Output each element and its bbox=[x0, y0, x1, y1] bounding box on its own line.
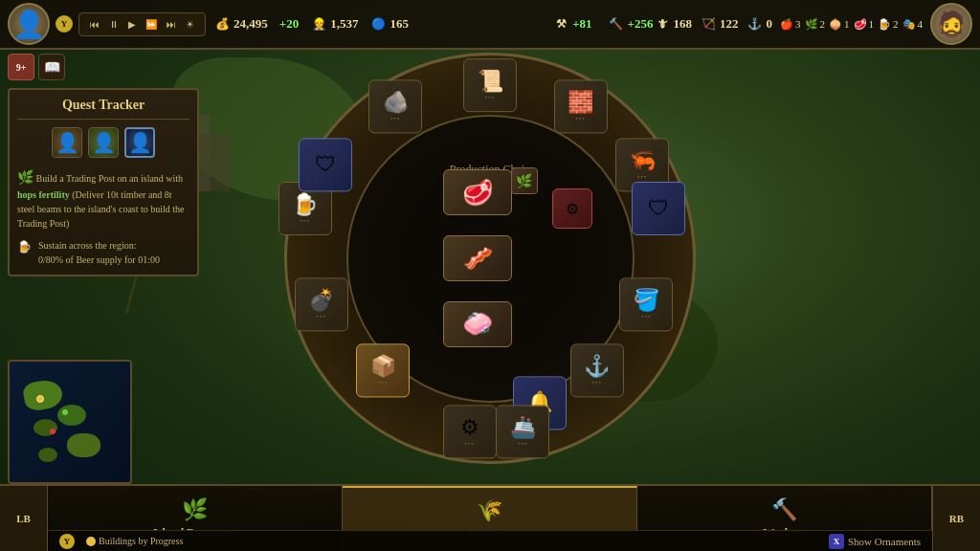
player-marker bbox=[36, 395, 44, 403]
food-item-2: 🌿2 bbox=[805, 18, 826, 31]
quest-description-1: 🌿 Build a Trading Post on an island with… bbox=[17, 167, 189, 231]
status-bar: Y Buildings by Progress X Show Ornaments bbox=[48, 530, 932, 551]
food-item-4: 🥩1 bbox=[854, 18, 875, 31]
pause-button[interactable]: ⏸ bbox=[106, 17, 122, 32]
quest-progress: 🍺 Sustain across the region: 0/80% of Be… bbox=[17, 238, 189, 267]
military-resource-2: 🏹 122 bbox=[700, 15, 739, 33]
quest-avatar-2[interactable]: 👤 bbox=[88, 127, 119, 158]
gold-income: +20 bbox=[279, 16, 299, 32]
show-ornaments-button[interactable]: X Show Ornaments bbox=[829, 534, 921, 549]
wheel-seg-left-upper-emblem[interactable]: 🛡 bbox=[299, 138, 352, 191]
food-item-5: 🍺2 bbox=[878, 18, 899, 31]
ingredient-icon-1[interactable]: 🌿 bbox=[511, 167, 538, 194]
quest-avatar-1[interactable]: 👤 bbox=[52, 127, 82, 158]
workers-icon: 👷 bbox=[310, 15, 327, 33]
food-item-6: 🎭4 bbox=[902, 18, 924, 31]
character-avatar-right[interactable]: 🧔 bbox=[930, 3, 972, 45]
notification-area: 9+ 📖 bbox=[8, 54, 65, 80]
y-indicator: Y bbox=[59, 534, 75, 549]
food-items: 🍎3 🌿2 🧅1 🥩1 🍺2 🎭4 bbox=[780, 18, 923, 31]
y-status-button[interactable]: Y bbox=[59, 534, 75, 549]
gold-icon: 💰 bbox=[213, 15, 231, 33]
farmers-icon: 🌾 bbox=[477, 498, 502, 523]
food-item-1: 🍎3 bbox=[780, 18, 801, 31]
resource-marker bbox=[62, 409, 68, 415]
buildings-status: Buildings by Progress bbox=[86, 536, 183, 546]
enemy-marker bbox=[50, 429, 56, 434]
faith-resource: 🔵 165 bbox=[369, 15, 409, 33]
quest-avatars: 👤 👤 👤 bbox=[17, 127, 189, 158]
wheel-seg-right-emblem[interactable]: 🛡 bbox=[632, 182, 685, 235]
book-icon[interactable]: 📖 bbox=[38, 54, 65, 80]
wheel-seg-bottom[interactable]: ⚙ ••• bbox=[443, 405, 497, 458]
wheel-seg-top[interactable]: 📜 ••• bbox=[463, 58, 517, 112]
resources-left: 💰 24,495 +20 👷 1,537 🔵 165 bbox=[213, 15, 552, 33]
quest-sustain-label: Sustain across the region: bbox=[38, 238, 160, 253]
hud-center-resources: ⚒ +81 🔨 +256 bbox=[552, 15, 653, 33]
player-avatar-left[interactable]: 👤 bbox=[8, 3, 50, 45]
quest-tracker-title: Quest Tracker bbox=[17, 98, 189, 120]
anchor-icon: ⚓ bbox=[746, 15, 764, 33]
lb-button[interactable]: LB bbox=[0, 486, 48, 551]
quest-avatar-3[interactable]: 👤 bbox=[124, 127, 155, 158]
wheel-seg-red-emblem[interactable]: ⚙ bbox=[552, 188, 592, 229]
notification-badge[interactable]: 9+ bbox=[8, 54, 34, 80]
y-button-indicator[interactable]: Y bbox=[56, 15, 73, 33]
rb-button[interactable]: RB bbox=[932, 486, 980, 551]
hud-right: 🗡 168 🏹 122 ⚓ 0 🍎3 🌿2 🧅1 🥩1 🍺2 🎭4 🧔 bbox=[654, 3, 973, 45]
chain-item-bottom[interactable]: 🧼 bbox=[443, 301, 512, 347]
play-button[interactable]: ▶ bbox=[125, 17, 139, 32]
build-icon: 🔨 bbox=[608, 15, 625, 33]
hammer-icon: ⚒ bbox=[552, 15, 569, 33]
rewind-button[interactable]: ⏮ bbox=[87, 17, 102, 32]
bow-icon: 🏹 bbox=[700, 15, 717, 33]
wheel-seg-top-left[interactable]: 🪨 ••• bbox=[368, 80, 422, 134]
wheel-seg-right-lower[interactable]: 🪣 ••• bbox=[619, 277, 673, 331]
show-ornaments-label: Show Ornaments bbox=[848, 536, 921, 547]
wheel-seg-top-right-1[interactable]: 🧱 ••• bbox=[554, 80, 608, 134]
wheel-seg-left-lower[interactable]: 💣 ••• bbox=[295, 277, 348, 331]
buildings-by-progress-label: Buildings by Progress bbox=[99, 536, 183, 546]
workers-resource: 👷 1,537 bbox=[310, 15, 358, 33]
minimap-content bbox=[10, 362, 130, 482]
hammer-resource: ⚒ +81 bbox=[552, 15, 591, 33]
quest-sustain-value: 0/80% of Beer supply for 01:00 bbox=[38, 253, 160, 267]
military-resource-1: 🗡 168 bbox=[654, 15, 693, 33]
beer-icon: 🍺 bbox=[17, 238, 33, 253]
status-dot bbox=[86, 537, 96, 546]
skip-button[interactable]: ⏭ bbox=[164, 17, 179, 32]
wheel-seg-bottom-right[interactable]: ⚓ ••• bbox=[570, 343, 624, 397]
fast-forward-button[interactable]: ⏩ bbox=[143, 17, 160, 32]
faith-icon: 🔵 bbox=[369, 15, 387, 33]
quest-tracker-panel: Quest Tracker 👤 👤 👤 🌿 Build a Trading Po… bbox=[8, 88, 199, 276]
wheel-seg-bottom-left[interactable]: 📦 ••• bbox=[356, 343, 410, 397]
workers-tab-icon: 🔨 bbox=[771, 497, 797, 522]
chain-item-middle[interactable]: 🥓 bbox=[443, 235, 512, 281]
top-hud: 👤 Y ⏮ ⏸ ▶ ⏩ ⏭ ☀ 💰 24,495 +20 👷 1,537 🔵 1… bbox=[0, 0, 980, 50]
island-resources-icon: 🌿 bbox=[182, 497, 208, 522]
chain-item-top[interactable]: 🥩 bbox=[443, 169, 512, 215]
military-resource-3: ⚓ 0 bbox=[746, 15, 773, 33]
food-item-3: 🧅1 bbox=[829, 18, 850, 31]
wheel-seg-bottom-ship[interactable]: 🚢 ••• bbox=[496, 405, 549, 458]
playback-controls[interactable]: ⏮ ⏸ ▶ ⏩ ⏭ ☀ bbox=[78, 12, 206, 36]
sword-icon: 🗡 bbox=[654, 15, 671, 33]
gold-resource: 💰 24,495 bbox=[213, 15, 268, 33]
production-chain-wheel: Production Chain Soap 📜 ••• 🧱 ••• 🦐 ••• … bbox=[284, 53, 696, 464]
minimap[interactable] bbox=[8, 360, 132, 484]
build-resource: 🔨 +256 bbox=[608, 15, 654, 33]
x-indicator: X bbox=[829, 534, 844, 549]
sun-button[interactable]: ☀ bbox=[183, 17, 197, 32]
